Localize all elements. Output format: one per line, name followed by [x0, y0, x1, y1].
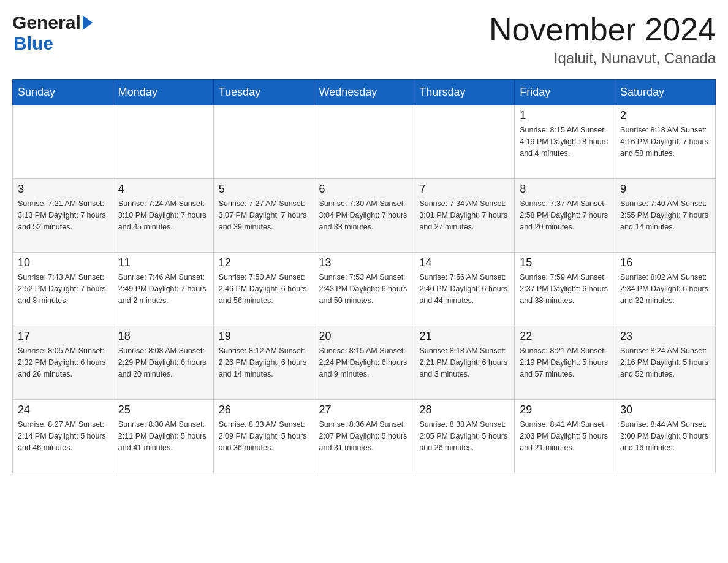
day-info: Sunrise: 8:15 AM Sunset: 4:19 PM Dayligh… — [520, 124, 610, 159]
day-number: 21 — [419, 330, 509, 343]
calendar-cell: 9Sunrise: 7:40 AM Sunset: 2:55 PM Daylig… — [615, 179, 716, 253]
calendar-cell: 8Sunrise: 7:37 AM Sunset: 2:58 PM Daylig… — [515, 179, 615, 253]
day-of-week-header: Sunday — [13, 80, 113, 105]
day-number: 18 — [118, 330, 208, 343]
day-number: 27 — [319, 404, 409, 416]
day-number: 15 — [520, 256, 610, 269]
page-header: General Blue November 2024 Iqaluit, Nuna… — [12, 12, 716, 67]
day-number: 20 — [319, 330, 409, 343]
day-info: Sunrise: 8:21 AM Sunset: 2:19 PM Dayligh… — [520, 345, 610, 380]
day-info: Sunrise: 7:43 AM Sunset: 2:52 PM Dayligh… — [18, 272, 108, 306]
day-number: 4 — [118, 183, 208, 196]
calendar-week-row: 24Sunrise: 8:27 AM Sunset: 2:14 PM Dayli… — [13, 400, 716, 473]
calendar-cell — [414, 105, 515, 179]
calendar-header: SundayMondayTuesdayWednesdayThursdayFrid… — [13, 80, 716, 105]
day-number: 28 — [419, 404, 509, 416]
day-number: 3 — [18, 183, 108, 196]
day-number: 5 — [219, 183, 309, 196]
calendar-cell: 12Sunrise: 7:50 AM Sunset: 2:46 PM Dayli… — [213, 253, 314, 326]
calendar-cell: 24Sunrise: 8:27 AM Sunset: 2:14 PM Dayli… — [13, 400, 113, 473]
day-info: Sunrise: 8:33 AM Sunset: 2:09 PM Dayligh… — [219, 419, 309, 453]
calendar-week-row: 10Sunrise: 7:43 AM Sunset: 2:52 PM Dayli… — [13, 253, 716, 326]
calendar-cell: 13Sunrise: 7:53 AM Sunset: 2:43 PM Dayli… — [314, 253, 414, 326]
day-of-week-header: Tuesday — [213, 80, 314, 105]
day-info: Sunrise: 7:24 AM Sunset: 3:10 PM Dayligh… — [118, 198, 208, 232]
day-number: 16 — [620, 256, 710, 269]
calendar-cell: 30Sunrise: 8:44 AM Sunset: 2:00 PM Dayli… — [615, 400, 716, 473]
day-number: 1 — [520, 109, 610, 122]
day-number: 7 — [419, 183, 509, 196]
day-number: 26 — [219, 404, 309, 416]
calendar-cell: 11Sunrise: 7:46 AM Sunset: 2:49 PM Dayli… — [113, 253, 213, 326]
calendar-cell: 26Sunrise: 8:33 AM Sunset: 2:09 PM Dayli… — [213, 400, 314, 473]
calendar-cell: 20Sunrise: 8:15 AM Sunset: 2:24 PM Dayli… — [314, 326, 414, 400]
day-number: 19 — [219, 330, 309, 343]
day-number: 14 — [419, 256, 509, 269]
logo-blue-text: Blue — [13, 33, 53, 53]
day-number: 9 — [620, 183, 710, 196]
calendar-cell: 6Sunrise: 7:30 AM Sunset: 3:04 PM Daylig… — [314, 179, 414, 253]
day-number: 10 — [18, 256, 108, 269]
day-number: 29 — [520, 404, 610, 416]
calendar-cell: 25Sunrise: 8:30 AM Sunset: 2:11 PM Dayli… — [113, 400, 213, 473]
calendar-subtitle: Iqaluit, Nunavut, Canada — [489, 50, 716, 67]
calendar-cell: 7Sunrise: 7:34 AM Sunset: 3:01 PM Daylig… — [414, 179, 515, 253]
day-info: Sunrise: 8:05 AM Sunset: 2:32 PM Dayligh… — [18, 345, 108, 380]
calendar-cell — [314, 105, 414, 179]
day-info: Sunrise: 8:38 AM Sunset: 2:05 PM Dayligh… — [419, 419, 509, 453]
day-info: Sunrise: 8:12 AM Sunset: 2:26 PM Dayligh… — [219, 345, 309, 380]
day-info: Sunrise: 7:21 AM Sunset: 3:13 PM Dayligh… — [18, 198, 108, 232]
calendar-cell: 2Sunrise: 8:18 AM Sunset: 4:16 PM Daylig… — [615, 105, 716, 179]
calendar-week-row: 1Sunrise: 8:15 AM Sunset: 4:19 PM Daylig… — [13, 105, 716, 179]
day-info: Sunrise: 7:40 AM Sunset: 2:55 PM Dayligh… — [620, 198, 710, 232]
logo-arrow-icon — [83, 15, 93, 30]
calendar-title: November 2024 — [489, 12, 716, 47]
logo: General Blue — [12, 12, 93, 54]
day-number: 12 — [219, 256, 309, 269]
day-number: 30 — [620, 404, 710, 416]
title-block: November 2024 Iqaluit, Nunavut, Canada — [489, 12, 716, 67]
calendar-table: SundayMondayTuesdayWednesdayThursdayFrid… — [12, 79, 716, 473]
day-number: 8 — [520, 183, 610, 196]
day-of-week-header: Wednesday — [314, 80, 414, 105]
days-of-week-row: SundayMondayTuesdayWednesdayThursdayFrid… — [13, 80, 716, 105]
day-info: Sunrise: 7:27 AM Sunset: 3:07 PM Dayligh… — [219, 198, 309, 232]
day-of-week-header: Thursday — [414, 80, 515, 105]
day-number: 13 — [319, 256, 409, 269]
day-info: Sunrise: 8:41 AM Sunset: 2:03 PM Dayligh… — [520, 419, 610, 453]
calendar-cell: 17Sunrise: 8:05 AM Sunset: 2:32 PM Dayli… — [13, 326, 113, 400]
calendar-cell: 23Sunrise: 8:24 AM Sunset: 2:16 PM Dayli… — [615, 326, 716, 400]
day-info: Sunrise: 7:53 AM Sunset: 2:43 PM Dayligh… — [319, 272, 409, 306]
calendar-cell: 14Sunrise: 7:56 AM Sunset: 2:40 PM Dayli… — [414, 253, 515, 326]
day-info: Sunrise: 8:44 AM Sunset: 2:00 PM Dayligh… — [620, 419, 710, 453]
day-number: 17 — [18, 330, 108, 343]
day-number: 24 — [18, 404, 108, 416]
day-info: Sunrise: 8:08 AM Sunset: 2:29 PM Dayligh… — [118, 345, 208, 380]
day-info: Sunrise: 8:30 AM Sunset: 2:11 PM Dayligh… — [118, 419, 208, 453]
calendar-cell: 22Sunrise: 8:21 AM Sunset: 2:19 PM Dayli… — [515, 326, 615, 400]
day-number: 25 — [118, 404, 208, 416]
calendar-cell: 16Sunrise: 8:02 AM Sunset: 2:34 PM Dayli… — [615, 253, 716, 326]
day-of-week-header: Friday — [515, 80, 615, 105]
day-info: Sunrise: 8:27 AM Sunset: 2:14 PM Dayligh… — [18, 419, 108, 453]
day-info: Sunrise: 7:34 AM Sunset: 3:01 PM Dayligh… — [419, 198, 509, 232]
day-number: 23 — [620, 330, 710, 343]
calendar-body: 1Sunrise: 8:15 AM Sunset: 4:19 PM Daylig… — [13, 105, 716, 473]
calendar-cell: 18Sunrise: 8:08 AM Sunset: 2:29 PM Dayli… — [113, 326, 213, 400]
logo-general-text: General — [12, 12, 81, 33]
day-info: Sunrise: 8:18 AM Sunset: 4:16 PM Dayligh… — [620, 124, 710, 159]
calendar-cell: 15Sunrise: 7:59 AM Sunset: 2:37 PM Dayli… — [515, 253, 615, 326]
day-number: 22 — [520, 330, 610, 343]
calendar-cell: 5Sunrise: 7:27 AM Sunset: 3:07 PM Daylig… — [213, 179, 314, 253]
day-number: 6 — [319, 183, 409, 196]
calendar-cell — [213, 105, 314, 179]
day-of-week-header: Saturday — [615, 80, 716, 105]
calendar-cell: 28Sunrise: 8:38 AM Sunset: 2:05 PM Dayli… — [414, 400, 515, 473]
day-of-week-header: Monday — [113, 80, 213, 105]
day-info: Sunrise: 8:02 AM Sunset: 2:34 PM Dayligh… — [620, 272, 710, 306]
calendar-cell: 3Sunrise: 7:21 AM Sunset: 3:13 PM Daylig… — [13, 179, 113, 253]
day-info: Sunrise: 8:24 AM Sunset: 2:16 PM Dayligh… — [620, 345, 710, 380]
day-info: Sunrise: 8:15 AM Sunset: 2:24 PM Dayligh… — [319, 345, 409, 380]
calendar-cell: 19Sunrise: 8:12 AM Sunset: 2:26 PM Dayli… — [213, 326, 314, 400]
calendar-cell: 27Sunrise: 8:36 AM Sunset: 2:07 PM Dayli… — [314, 400, 414, 473]
